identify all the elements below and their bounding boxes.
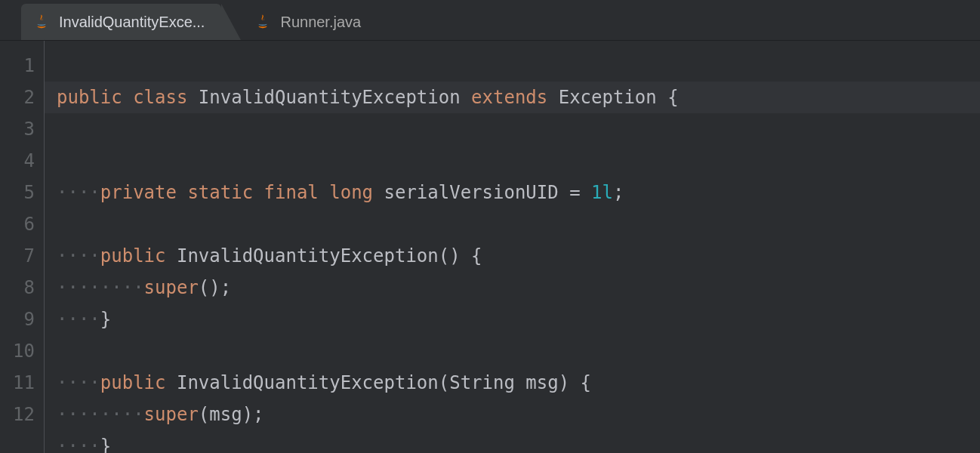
tab-invalid-quantity-exception[interactable]: InvalidQuantityExce... [21, 4, 221, 40]
line-gutter: 1 2 3 4 5 6 7 8 9 10 11 12 [0, 41, 44, 453]
code-line: ········super(); [57, 277, 231, 298]
code-area[interactable]: public class InvalidQuantityException ex… [44, 41, 980, 453]
code-line: ····} [57, 436, 111, 453]
tab-label: Runner.java [280, 14, 361, 31]
java-icon [254, 14, 271, 30]
tab-runner-java[interactable]: Runner.java [242, 4, 378, 40]
java-icon [33, 14, 50, 30]
code-line: public class InvalidQuantityException ex… [45, 82, 980, 113]
code-line: ········super(msg); [57, 404, 264, 425]
code-line: ····public InvalidQuantityException() { [57, 245, 482, 267]
tab-label: InvalidQuantityExce... [59, 14, 205, 31]
code-line: ····private static final long serialVers… [57, 182, 624, 203]
tab-bar: InvalidQuantityExce... Runner.java [0, 0, 980, 41]
code-line: ····} [57, 309, 111, 330]
code-editor[interactable]: 1 2 3 4 5 6 7 8 9 10 11 12 public class … [0, 41, 980, 453]
code-line: ····public InvalidQuantityException(Stri… [57, 372, 591, 393]
